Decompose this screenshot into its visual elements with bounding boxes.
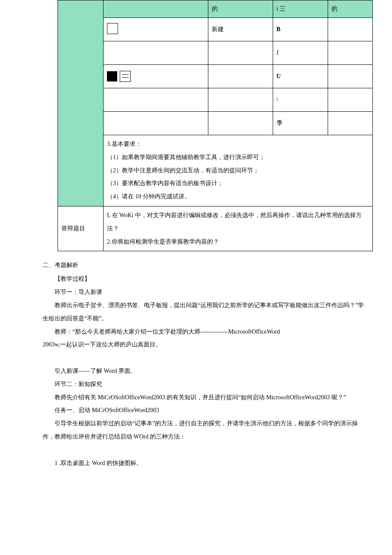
- cell-r5c1: [104, 112, 208, 135]
- requirement-item: （3）要求配合教学内容有适当的板书设计；: [107, 177, 369, 190]
- u-char-text: U: [277, 73, 281, 79]
- th-col4: 的: [328, 0, 373, 18]
- bold-b-text: B: [277, 26, 280, 32]
- requirement-item: （4）请在 10 分钟内完成试讲。: [107, 190, 369, 203]
- cell-ji: 季: [273, 112, 328, 135]
- paragraph: 教师：“那么今天老师再给大家介绍一位文字处理的大师--------------M…: [43, 325, 366, 339]
- cell-u: U: [273, 65, 328, 88]
- th-col1: [104, 0, 208, 18]
- table-header-row: 的 i 三 的: [58, 0, 373, 18]
- document-page: 的 i 三 的 新建 B I U \: [0, 0, 392, 470]
- table-left-spacer: [58, 0, 104, 206]
- table-requirements-row: 3.基本要求： （1）如果教学期间需要其他辅助教学工具，进行演示即可； （2）教…: [58, 135, 373, 206]
- cell-r3c2: [208, 65, 273, 88]
- table-row: I: [58, 41, 373, 65]
- requirement-item: （1）如果教学期间需要其他辅助教学工具，进行演示即可；: [107, 151, 369, 164]
- main-table: 的 i 三 的 新建 B I U \: [58, 0, 373, 251]
- paragraph: 教师出示电子贺卡、漂亮的书签、电子板报，提出问题“运用我们之前所学的记事本或写字…: [43, 299, 366, 325]
- cell-icon-black-bar: [104, 65, 208, 88]
- table-row: U: [58, 65, 373, 88]
- table-row: 季: [58, 112, 373, 135]
- requirement-item: （2）教学中注意师生间的交流互动，有适当的提问环节；: [107, 164, 369, 177]
- cell-r2c4: [328, 41, 373, 65]
- paragraph: 任务一、启动 MiCrOSoftOfficeWord2003: [43, 404, 366, 417]
- paragraph-continuation: 2003w,一起认识一下这位大师的庐山真面目。: [43, 338, 366, 352]
- th-col3: i 三: [273, 0, 328, 18]
- italic-i-text: I: [277, 49, 279, 56]
- defense-content-cell: L 在 WoKi 中，对文字内容进行编辑或修改，必须先选中，然后再操作，请说出几…: [104, 206, 373, 251]
- cell-r4c1: [104, 88, 208, 112]
- cell-r1c4: [328, 18, 373, 41]
- paragraph: 教师先介绍有关 MiCrOSoftOfficeWord2003 的有关知识，并且…: [43, 391, 366, 404]
- cell-icon-white-square: [104, 18, 208, 41]
- black-square-icon: [107, 71, 117, 81]
- cell-r5c2: [208, 112, 273, 135]
- cell-i: I: [273, 41, 328, 65]
- cell-r2c1: [104, 41, 208, 65]
- cell-r4c4: [328, 88, 373, 112]
- th-col3-text: i 三: [277, 6, 285, 12]
- bar-square-icon: [120, 71, 131, 82]
- table-row: 新建 B: [58, 18, 373, 41]
- section2-title: 二、考题解析: [43, 262, 392, 269]
- defense-q1: L 在 WoKi 中，对文字内容进行编辑或修改，必须先选中，然后再操作，请说出几…: [107, 209, 369, 235]
- cell-r4c2: [208, 88, 273, 112]
- cell-r2c2: [208, 41, 273, 65]
- defense-label-cell: 答辩题目: [58, 206, 104, 251]
- paragraph: 引导学生根据以前学过的启动“记事本”的方法，进行自主的探究，并请学生演示他们的方…: [43, 417, 366, 444]
- subtitle-teaching-process: 【教学过程】: [43, 273, 366, 286]
- white-square-icon: [107, 23, 118, 34]
- cell-backslash: \: [273, 88, 328, 112]
- requirements-cell: 3.基本要求： （1）如果教学期间需要其他辅助教学工具，进行演示即可； （2）教…: [104, 135, 373, 206]
- requirements-title: 3.基本要求：: [107, 138, 369, 151]
- cell-b: B: [273, 18, 328, 41]
- defense-q2: 2.你将如何检测学生是否掌握教学内容的？: [107, 235, 369, 249]
- body-text-block: 【教学过程】 环节一：导入新课 教师出示电子贺卡、漂亮的书签、电子板报，提出问题…: [43, 273, 366, 470]
- cell-r3c4: [328, 65, 373, 88]
- cell-r5c4: [328, 112, 373, 135]
- cell-new: 新建: [208, 18, 273, 41]
- table-defense-row: 答辩题目 L 在 WoKi 中，对文字内容进行编辑或修改，必须先选中，然后再操作…: [58, 206, 373, 251]
- paragraph: 引入新课——了解 Word 界面。: [43, 365, 366, 378]
- paragraph: 环节二：新知探究: [43, 378, 366, 391]
- th-col2: 的: [208, 0, 273, 18]
- paragraph: 1 .双击桌面上 Word 的快捷图标。: [43, 457, 366, 470]
- table-row: \: [58, 88, 373, 112]
- paragraph: 环节一：导入新课: [43, 286, 366, 299]
